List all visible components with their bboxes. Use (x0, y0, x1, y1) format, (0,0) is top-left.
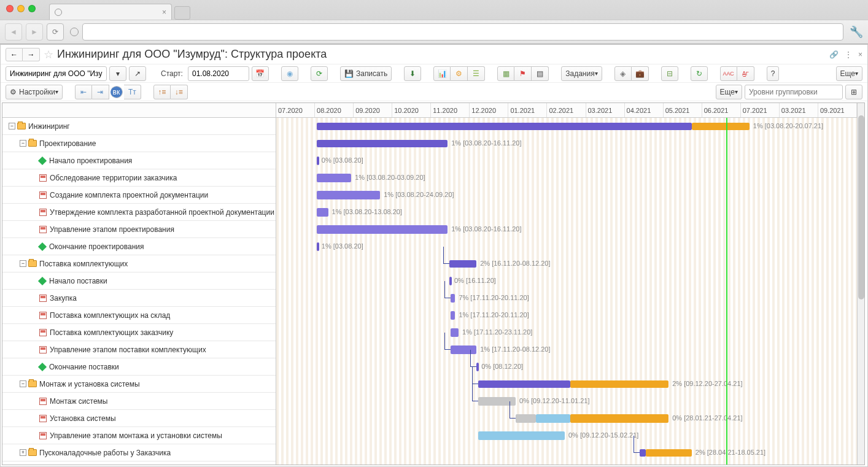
globe-icon (70, 28, 79, 36)
url-input[interactable] (82, 23, 843, 41)
forward-button[interactable]: ► (26, 23, 43, 41)
browser-tab[interactable]: × (49, 4, 172, 20)
window-close-icon[interactable] (6, 5, 14, 12)
wrench-icon[interactable]: 🔧 (850, 25, 863, 39)
new-tab-button[interactable] (174, 6, 190, 20)
reload-button[interactable]: ⟳ (47, 23, 64, 41)
window-max-icon[interactable] (28, 5, 36, 12)
tab-close-button[interactable]: × (162, 8, 166, 17)
browser-chrome: × ◄ ► ⟳ ☆ 🔧 (0, 0, 868, 44)
back-button[interactable]: ◄ (5, 23, 22, 41)
window-min-icon[interactable] (17, 5, 25, 12)
globe-icon (55, 9, 62, 16)
